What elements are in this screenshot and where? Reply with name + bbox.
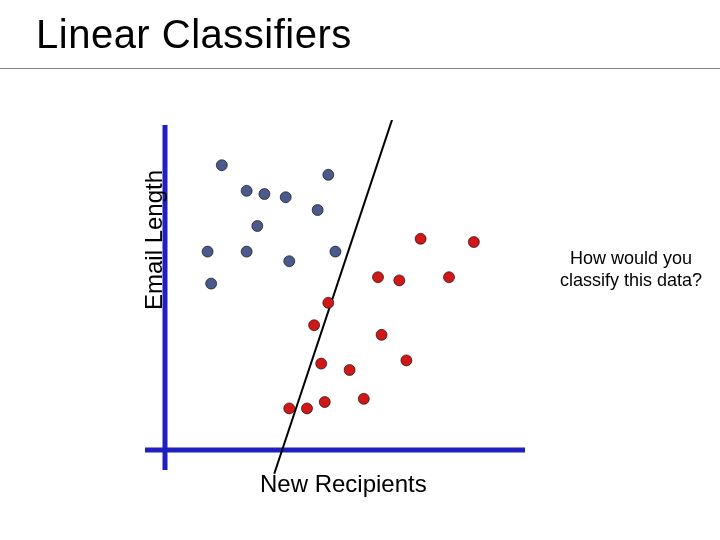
data-point-class-b [316,358,327,369]
slide: Linear Classifiers Email Length New Reci… [0,0,720,540]
data-point-class-b [319,397,330,408]
data-point-class-a [284,256,295,267]
data-point-class-a [280,192,291,203]
data-point-class-a [252,221,263,232]
data-point-class-a [312,205,323,216]
data-point-class-a [241,185,252,196]
title-underline [0,68,720,69]
data-point-class-b [444,272,455,283]
data-point-class-b [468,237,479,248]
data-point-class-b [284,403,295,414]
annotation-text: How would you classify this data? [556,248,706,291]
scatter-chart [130,120,530,480]
data-point-class-b [373,272,384,283]
data-point-class-b [401,355,412,366]
y-axis-label: Email Length [140,170,168,310]
slide-title: Linear Classifiers [36,12,352,57]
data-point-class-a [206,278,217,289]
data-point-class-a [323,169,334,180]
data-point-class-b [302,403,313,414]
data-point-class-a [330,246,341,257]
data-point-class-b [394,275,405,286]
x-axis-label: New Recipients [260,470,427,498]
data-point-class-b [358,393,369,404]
data-point-class-b [415,233,426,244]
decision-boundary [274,120,396,474]
chart-svg [130,120,530,480]
data-point-class-a [216,160,227,171]
data-point-class-a [241,246,252,257]
data-point-class-a [259,189,270,200]
data-point-class-b [309,320,320,331]
data-point-class-b [344,365,355,376]
data-point-class-a [202,246,213,257]
data-point-class-b [323,297,334,308]
data-point-class-b [376,329,387,340]
